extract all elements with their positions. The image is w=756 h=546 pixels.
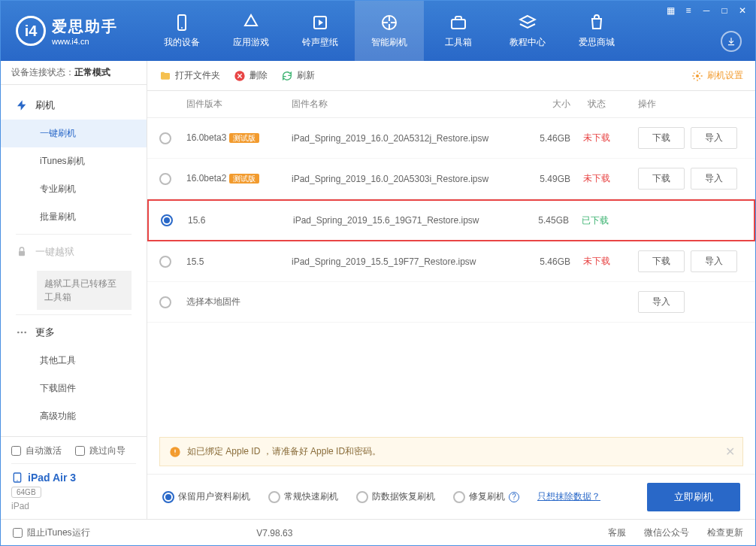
close-button[interactable]: ✕ [734, 4, 751, 17]
maximize-button[interactable]: □ [716, 4, 733, 17]
row-radio[interactable] [159, 132, 171, 144]
device-type: iPad [11, 501, 136, 511]
row-radio[interactable] [161, 214, 173, 226]
sidebar-item-other-tools[interactable]: 其他工具 [1, 347, 147, 375]
check-update-link[interactable]: 检查更新 [707, 526, 743, 539]
svg-point-10 [17, 480, 17, 481]
jailbreak-note: 越狱工具已转移至工具箱 [37, 271, 132, 310]
customer-service-link[interactable]: 客服 [608, 526, 626, 539]
app-title: 爱思助手 [52, 17, 118, 37]
sidebar-item-itunes-flash[interactable]: iTunes刷机 [1, 147, 147, 175]
sidebar-item-advanced[interactable]: 高级功能 [1, 402, 147, 430]
nav-ringtones[interactable]: 铃声壁纸 [286, 1, 355, 61]
opt-repair-flash[interactable]: 修复刷机? [453, 490, 519, 503]
app-header: i4 爱思助手 www.i4.cn 我的设备 应用游戏 铃声壁纸 智能刷机 工具… [1, 1, 755, 61]
action-bar: 保留用户资料刷机 常规快速刷机 防数据恢复刷机 修复刷机? 只想抹除数据？ 立即… [147, 474, 755, 519]
import-button[interactable]: 导入 [638, 291, 685, 313]
nav-toolbox[interactable]: 工具箱 [424, 1, 493, 61]
sidebar-jailbreak-head: 一键越狱 [1, 238, 147, 266]
logo: i4 爱思助手 www.i4.cn [1, 16, 147, 46]
warning-icon [169, 446, 181, 458]
notice-close-button[interactable]: ✕ [725, 444, 735, 459]
delete-button[interactable]: 删除 [234, 69, 268, 82]
opt-keep-data[interactable]: 保留用户资料刷机 [162, 490, 250, 503]
storage-badge: 64GB [11, 487, 41, 498]
sidebar-item-pro-flash[interactable]: 专业刷机 [1, 175, 147, 203]
sidebar-item-download-fw[interactable]: 下载固件 [1, 375, 147, 402]
footer: 阻止iTunes运行 V7.98.63 客服 微信公众号 检查更新 [1, 519, 755, 546]
logo-icon: i4 [16, 16, 46, 46]
row-radio[interactable] [159, 173, 171, 185]
nav-my-device[interactable]: 我的设备 [147, 1, 216, 61]
table-header: 固件版本 固件名称 大小 状态 操作 [147, 91, 755, 118]
opt-normal-flash[interactable]: 常规快速刷机 [268, 490, 338, 503]
sidebar-bottom: 自动激活 跳过向导 iPad Air 3 64GB iPad [1, 436, 147, 519]
version-label: V7.98.63 [256, 528, 292, 538]
main-content: 打开文件夹 删除 刷新 刷机设置 固件版本 固件名称 大小 状态 操作 16.0… [147, 61, 755, 519]
local-firmware-row[interactable]: 选择本地固件 导入 [147, 282, 755, 323]
minimize-button[interactable]: ─ [698, 4, 715, 17]
nav-store[interactable]: 爱思商城 [562, 1, 631, 61]
nav-tutorials[interactable]: 教程中心 [493, 1, 562, 61]
device-name[interactable]: iPad Air 3 [11, 472, 136, 484]
divider [16, 314, 132, 315]
block-itunes-checkbox[interactable] [13, 528, 23, 538]
sidebar-flash-head[interactable]: 刷机 [1, 91, 147, 120]
download-button[interactable]: 下载 [638, 168, 685, 190]
import-button[interactable]: 导入 [691, 168, 737, 190]
win-grid-icon[interactable]: ▦ [662, 4, 679, 17]
row-radio[interactable] [159, 296, 171, 308]
import-button[interactable]: 导入 [691, 250, 737, 272]
sidebar-more-head[interactable]: 更多 [1, 318, 147, 347]
refresh-button[interactable]: 刷新 [281, 69, 315, 82]
svg-point-12 [696, 74, 699, 77]
wechat-link[interactable]: 微信公众号 [644, 526, 689, 539]
win-menu-icon[interactable]: ≡ [680, 4, 697, 17]
row-radio[interactable] [159, 256, 171, 268]
firmware-row-selected[interactable]: 15.6 iPad_Spring_2019_15.6_19G71_Restore… [147, 199, 755, 241]
app-subtitle: www.i4.cn [52, 37, 118, 46]
auto-activate-checkbox[interactable] [11, 446, 21, 456]
toolbar: 打开文件夹 删除 刷新 刷机设置 [147, 61, 755, 91]
svg-point-6 [17, 332, 20, 334]
sidebar-item-batch-flash[interactable]: 批量刷机 [1, 203, 147, 231]
download-button[interactable]: 下载 [638, 250, 685, 272]
open-folder-button[interactable]: 打开文件夹 [159, 69, 220, 82]
svg-point-8 [24, 332, 26, 334]
svg-point-7 [21, 332, 23, 334]
sidebar-item-oneclick-flash[interactable]: 一键刷机 [1, 120, 147, 147]
divider [16, 234, 132, 235]
window-controls: ▦ ≡ ─ □ ✕ [662, 4, 751, 17]
help-icon[interactable]: ? [509, 492, 519, 502]
sidebar: 设备连接状态：正常模式 刷机 一键刷机 iTunes刷机 专业刷机 批量刷机 一… [1, 61, 147, 519]
nav-flash[interactable]: 智能刷机 [355, 1, 424, 61]
device-info: iPad Air 3 64GB iPad [11, 463, 136, 511]
import-button[interactable]: 导入 [691, 127, 737, 149]
connection-status: 设备连接状态：正常模式 [1, 61, 147, 85]
beta-tag: 测试版 [229, 174, 259, 184]
download-manager-button[interactable] [721, 31, 742, 52]
svg-rect-5 [19, 251, 25, 256]
svg-point-1 [181, 27, 183, 29]
start-flash-button[interactable]: 立即刷机 [647, 483, 740, 511]
firmware-row[interactable]: 15.5 iPad_Spring_2019_15.5_19F77_Restore… [147, 241, 755, 282]
nav-apps[interactable]: 应用游戏 [216, 1, 286, 61]
firmware-row[interactable]: 16.0beta3测试版 iPad_Spring_2019_16.0_20A53… [147, 118, 755, 159]
download-button[interactable]: 下载 [638, 127, 685, 149]
skip-guide-checkbox[interactable] [75, 446, 85, 456]
apple-id-notice: 如已绑定 Apple ID ，请准备好 Apple ID和密码。 ✕ [159, 437, 743, 466]
erase-data-link[interactable]: 只想抹除数据？ [537, 490, 600, 503]
svg-rect-4 [452, 20, 465, 29]
flash-settings-button[interactable]: 刷机设置 [691, 69, 743, 82]
opt-anti-recovery[interactable]: 防数据恢复刷机 [356, 490, 435, 503]
firmware-row[interactable]: 16.0beta2测试版 iPad_Spring_2019_16.0_20A53… [147, 159, 755, 199]
beta-tag: 测试版 [229, 133, 259, 143]
